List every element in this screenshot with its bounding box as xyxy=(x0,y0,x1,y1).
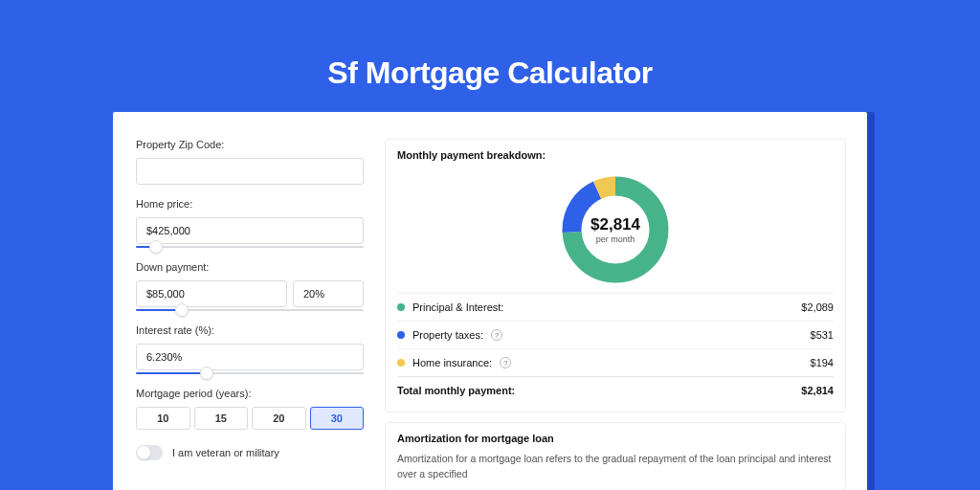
legend-label-taxes: Property taxes: xyxy=(412,329,483,341)
dot-principal xyxy=(397,303,405,311)
period-label: Mortgage period (years): xyxy=(136,388,364,399)
legend-value-principal: $2,089 xyxy=(801,301,834,313)
legend-row-insurance: Home insurance: ? $194 xyxy=(397,348,834,376)
home-price-slider[interactable] xyxy=(136,246,364,248)
zip-field: Property Zip Code: xyxy=(136,139,364,185)
total-row: Total monthly payment: $2,814 xyxy=(397,376,834,404)
legend-label-principal: Principal & Interest: xyxy=(412,301,503,313)
legend-row-taxes: Property taxes: ? $531 xyxy=(397,321,834,348)
legend-value-insurance: $194 xyxy=(811,357,834,368)
home-price-field: Home price: xyxy=(136,198,364,248)
calculator-card: Property Zip Code: Home price: Down paym… xyxy=(113,112,867,490)
down-payment-input[interactable] xyxy=(136,280,287,307)
donut-center: $2,814 per month xyxy=(558,172,673,287)
breakdown-title: Monthly payment breakdown: xyxy=(397,149,834,161)
breakdown-section: Monthly payment breakdown: $2,814 per mo… xyxy=(385,139,846,412)
down-payment-pct-input[interactable] xyxy=(293,280,364,307)
veteran-label: I am veteran or military xyxy=(172,447,279,458)
legend-label-insurance: Home insurance: xyxy=(412,357,492,368)
inputs-column: Property Zip Code: Home price: Down paym… xyxy=(136,139,364,490)
results-column: Monthly payment breakdown: $2,814 per mo… xyxy=(385,139,846,490)
interest-field: Interest rate (%): xyxy=(136,324,364,374)
down-payment-slider[interactable] xyxy=(136,309,364,311)
home-price-input[interactable] xyxy=(136,217,364,244)
slider-thumb[interactable] xyxy=(200,367,213,380)
donut-sub: per month xyxy=(596,234,635,244)
slider-thumb[interactable] xyxy=(149,240,163,254)
veteran-row: I am veteran or military xyxy=(136,445,364,460)
info-icon[interactable]: ? xyxy=(491,329,502,341)
period-btn-15[interactable]: 15 xyxy=(194,407,249,430)
page-title: Sf Mortgage Calculator xyxy=(0,0,980,112)
dot-taxes xyxy=(397,331,405,339)
legend-row-principal: Principal & Interest: $2,089 xyxy=(397,293,834,321)
donut-chart-wrap: $2,814 per month xyxy=(397,168,834,293)
down-payment-field: Down payment: xyxy=(136,261,364,311)
total-label: Total monthly payment: xyxy=(397,385,515,396)
interest-input[interactable] xyxy=(136,344,364,370)
amortization-title: Amortization for mortgage loan xyxy=(397,433,834,444)
slider-thumb[interactable] xyxy=(175,303,189,317)
info-icon[interactable]: ? xyxy=(500,357,511,368)
zip-input[interactable] xyxy=(136,158,364,185)
amortization-body: Amortization for a mortgage loan refers … xyxy=(397,452,834,482)
interest-slider[interactable] xyxy=(136,372,364,374)
toggle-knob xyxy=(137,446,150,459)
period-btn-10[interactable]: 10 xyxy=(136,407,190,430)
donut-value: $2,814 xyxy=(590,215,640,234)
legend-value-taxes: $531 xyxy=(811,329,834,341)
veteran-toggle[interactable] xyxy=(136,445,163,460)
total-value: $2,814 xyxy=(801,385,834,396)
zip-label: Property Zip Code: xyxy=(136,139,364,150)
donut-chart: $2,814 per month xyxy=(558,172,673,287)
home-price-label: Home price: xyxy=(136,198,364,210)
dot-insurance xyxy=(397,359,405,367)
amortization-section: Amortization for mortgage loan Amortizat… xyxy=(385,422,846,490)
period-options: 10 15 20 30 xyxy=(136,407,364,430)
legend-list: Principal & Interest: $2,089 Property ta… xyxy=(397,293,834,404)
period-field: Mortgage period (years): 10 15 20 30 xyxy=(136,388,364,430)
interest-label: Interest rate (%): xyxy=(136,324,364,336)
down-payment-label: Down payment: xyxy=(136,261,364,273)
period-btn-20[interactable]: 20 xyxy=(252,407,306,430)
period-btn-30[interactable]: 30 xyxy=(310,407,365,430)
